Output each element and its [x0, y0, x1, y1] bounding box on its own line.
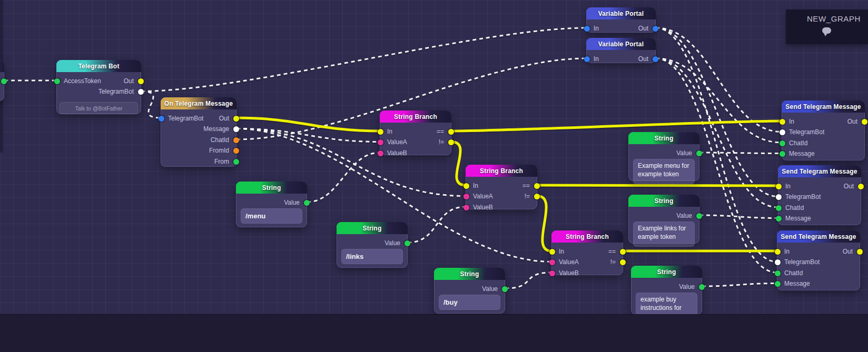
comment-bubble-icon[interactable]	[822, 27, 832, 36]
port-out-!=-dot[interactable]	[448, 139, 454, 145]
node-string-links[interactable]: StringValue/links	[337, 222, 408, 268]
port-out-From-dot[interactable]	[233, 159, 239, 165]
node-title[interactable]: String Branch	[466, 165, 537, 177]
node-string-branch-2[interactable]: String BranchIn==ValueA!=ValueB	[466, 165, 537, 209]
string-value-input[interactable]: Example links for eample token	[633, 222, 695, 247]
wire-data[interactable]	[408, 207, 466, 243]
node-string-example-menu[interactable]: StringValueExample menu for example toke…	[628, 132, 699, 181]
port-in-ValueB-dot[interactable]	[549, 270, 555, 276]
port-in-TelegramBot-dot[interactable]	[775, 259, 781, 265]
port-in-ValueA-dot[interactable]	[463, 194, 469, 199]
port-out-==-dot[interactable]	[448, 129, 454, 135]
port-in-In-dot[interactable]	[463, 183, 469, 189]
node-title[interactable]: String	[434, 268, 505, 280]
node-string-buy[interactable]: StringValue/buy	[434, 268, 505, 314]
port-in-In-dot[interactable]	[780, 119, 785, 125]
port-out-!=-dot[interactable]	[620, 259, 626, 265]
port-out-==-dot[interactable]	[620, 249, 626, 255]
wire-data[interactable]	[307, 153, 380, 202]
node-title[interactable]: Variable Portal	[586, 38, 656, 50]
node-title[interactable]: String Branch	[551, 230, 623, 243]
port-in-AccessToken-dot[interactable]	[54, 78, 60, 84]
node-string-branch-3[interactable]: String BranchIn==ValueA!=ValueB	[551, 230, 623, 275]
port-in-In-dot[interactable]	[775, 249, 781, 255]
port-out-out-dot[interactable]	[1, 78, 7, 84]
wire-exec[interactable]	[537, 185, 778, 186]
node-telegram-bot[interactable]: Telegram BotAccessTokenOutTelegramBotTal…	[56, 60, 141, 114]
port-in-ValueB-dot[interactable]	[378, 150, 383, 156]
port-in-Message-dot[interactable]	[775, 281, 781, 287]
wire-data[interactable]	[656, 28, 782, 132]
node-send-telegram-2[interactable]: Send Telegram MessageInOutTelegramBotCha…	[778, 165, 861, 225]
wire-data[interactable]	[656, 58, 782, 143]
port-out-Out-dot[interactable]	[653, 56, 658, 62]
node-string-example-buy[interactable]: StringValueexample buy instructions for	[631, 266, 702, 315]
node-title[interactable]: String Branch	[380, 110, 451, 123]
wire-data[interactable]	[699, 153, 782, 154]
port-out-Out-dot[interactable]	[138, 78, 144, 84]
port-in-In-dot[interactable]	[584, 56, 590, 62]
node-title[interactable]: String	[236, 182, 307, 194]
port-out-Value-dot[interactable]	[696, 213, 702, 219]
string-value-input[interactable]: /buy	[439, 295, 500, 310]
port-out-ChatId-dot[interactable]	[233, 137, 239, 143]
node-title[interactable]: On Telegram Message	[161, 97, 236, 109]
port-out-Out-dot[interactable]	[233, 116, 239, 122]
node-variable-portal-2[interactable]: Variable PortalInOut	[586, 38, 656, 63]
node-title[interactable]: String	[631, 266, 702, 278]
node-string-example-links[interactable]: StringValueExample links for eample toke…	[628, 195, 699, 244]
port-out-Message-dot[interactable]	[233, 126, 239, 132]
port-in-In-dot[interactable]	[584, 26, 590, 32]
node-clipped-node[interactable]	[0, 60, 4, 101]
wire-exec[interactable]	[451, 121, 782, 131]
port-in-In-dot[interactable]	[378, 129, 383, 135]
port-in-Message-dot[interactable]	[780, 151, 785, 157]
node-title[interactable]: Send Telegram Message	[777, 230, 860, 243]
port-out-Value-dot[interactable]	[699, 284, 705, 290]
graph-canvas[interactable]: Telegram BotAccessTokenOutTelegramBotTal…	[0, 0, 868, 352]
string-value-input[interactable]: /menu	[241, 208, 302, 224]
port-in-ChatId-dot[interactable]	[776, 205, 782, 211]
node-title[interactable]: Send Telegram Message	[782, 100, 865, 113]
wire-data[interactable]	[141, 92, 161, 118]
node-string-menu[interactable]: StringValue/menu	[236, 182, 307, 227]
wire-data[interactable]	[141, 28, 586, 92]
wire-exec[interactable]	[451, 142, 466, 186]
port-out-!=-dot[interactable]	[534, 194, 540, 199]
port-out-Value-dot[interactable]	[304, 200, 310, 206]
port-out-TelegramBot-dot[interactable]	[138, 89, 144, 95]
port-out-FromId-dot[interactable]	[233, 148, 239, 154]
port-in-ValueB-dot[interactable]	[463, 205, 469, 210]
node-title[interactable]: String	[628, 195, 699, 207]
port-in-ChatId-dot[interactable]	[780, 140, 785, 146]
string-value-input[interactable]: /links	[341, 249, 403, 264]
port-in-ChatId-dot[interactable]	[775, 270, 781, 276]
port-in-TelegramBot-dot[interactable]	[159, 116, 164, 122]
port-out-Out-dot[interactable]	[858, 184, 864, 189]
node-string-branch-1[interactable]: String BranchIn==ValueA!=ValueB	[380, 110, 451, 155]
port-in-TelegramBot-dot[interactable]	[780, 129, 785, 135]
port-in-TelegramBot-dot[interactable]	[776, 194, 782, 200]
wire-data[interactable]	[505, 273, 551, 288]
port-in-ValueA-dot[interactable]	[378, 139, 383, 145]
node-title[interactable]: Variable Portal	[586, 7, 656, 19]
node-title[interactable]: Send Telegram Message	[778, 165, 861, 177]
port-out-Out-dot[interactable]	[653, 26, 658, 32]
port-out-Out-dot[interactable]	[857, 249, 863, 255]
node-title[interactable]: Telegram Bot	[56, 60, 141, 72]
node-on-telegram-message[interactable]: On Telegram MessageTelegramBotOutMessage…	[161, 97, 236, 167]
port-out-Value-dot[interactable]	[502, 286, 508, 292]
wire-data[interactable]	[702, 284, 777, 287]
port-in-In-dot[interactable]	[776, 184, 782, 189]
port-in-In-dot[interactable]	[549, 249, 555, 255]
node-variable-portal-1[interactable]: Variable PortalInOut	[586, 7, 656, 33]
port-out-Out-dot[interactable]	[862, 119, 867, 125]
port-in-Message-dot[interactable]	[776, 216, 782, 222]
node-title[interactable]: String	[628, 132, 699, 144]
string-value-input[interactable]: Example menu for example token	[633, 159, 695, 184]
node-send-telegram-1[interactable]: Send Telegram MessageInOutTelegramBotCha…	[782, 100, 865, 160]
port-in-ValueA-dot[interactable]	[549, 259, 555, 265]
node-title[interactable]: String	[337, 222, 408, 234]
port-out-Value-dot[interactable]	[405, 240, 410, 246]
port-out-==-dot[interactable]	[534, 183, 540, 189]
